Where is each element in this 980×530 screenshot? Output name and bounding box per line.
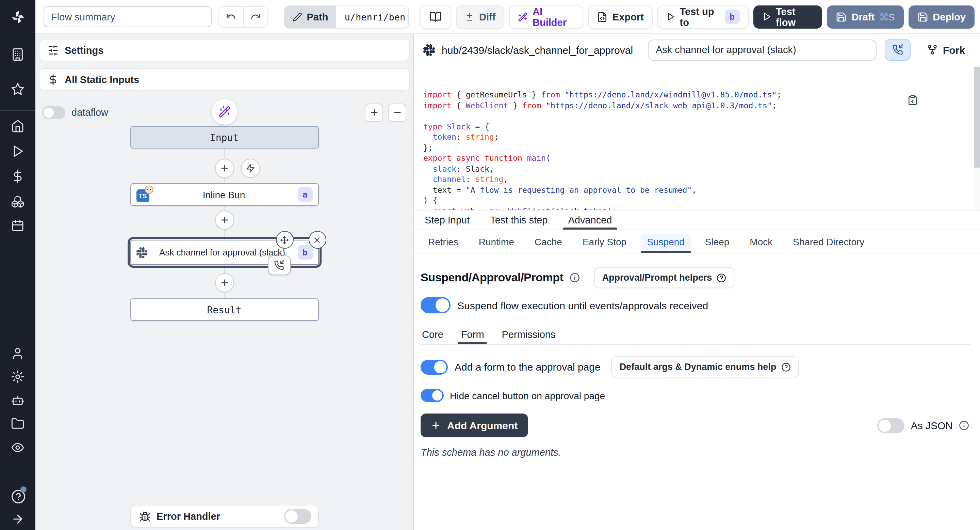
all-static-inputs-button[interactable]: All Static Inputs	[39, 68, 410, 91]
add-step-button-3[interactable]	[215, 273, 234, 292]
suspend-inner-tabs: CoreFormPermissions	[421, 325, 970, 345]
sub-tab-sleep[interactable]: Sleep	[698, 230, 737, 253]
help-notification-dot	[21, 486, 27, 493]
resources-icon[interactable]	[11, 195, 24, 208]
step-detail-panel: hub/2439/slack/ask_channel_for_approval …	[414, 34, 980, 530]
plus-icon	[220, 163, 229, 173]
path-value[interactable]: u/henri/ben	[336, 6, 409, 27]
workspace-icon[interactable]	[11, 48, 24, 61]
code-lines: import { getResumeUrls } from "https://d…	[423, 90, 961, 211]
delete-node-button[interactable]	[308, 231, 326, 249]
code-line: import { getResumeUrls } from "https://d…	[423, 90, 961, 101]
variables-icon[interactable]	[11, 170, 24, 183]
undo-redo-group	[218, 6, 268, 27]
flow-settings-button[interactable]: Settings	[39, 39, 410, 61]
deploy-button[interactable]: Deploy	[908, 5, 975, 28]
wand-icon	[518, 11, 528, 22]
approval-prompt-helpers-button[interactable]: Approval/Prompt helpers	[594, 267, 735, 288]
add-trigger-button[interactable]	[240, 159, 259, 178]
step-tab-advanced[interactable]: Advanced	[566, 211, 613, 230]
copy-code-icon[interactable]	[907, 73, 964, 127]
path-button[interactable]: Path	[285, 6, 337, 27]
test-up-to-button[interactable]: Test up to b	[657, 5, 749, 28]
sub-tab-suspend[interactable]: Suspend	[640, 230, 692, 253]
code-line: import { WebClient } from "https://deno.…	[423, 101, 961, 111]
step-node-b-selected[interactable]: Ask channel for approval (slack) b	[130, 240, 318, 265]
info-icon[interactable]	[570, 273, 580, 283]
workers-icon[interactable]	[11, 394, 24, 407]
inner-tab-permissions[interactable]: Permissions	[502, 325, 556, 344]
empty-schema-note: This schema has no arguments.	[421, 447, 970, 458]
inner-tab-core[interactable]: Core	[422, 325, 443, 344]
dataflow-toggle[interactable]	[42, 106, 65, 119]
add-argument-button[interactable]: Add Argument	[421, 413, 528, 437]
schedules-icon[interactable]	[11, 219, 24, 232]
audit-logs-eye-icon[interactable]	[11, 441, 24, 454]
result-node-label: Result	[207, 304, 241, 315]
typescript-bun-icon: TS	[136, 187, 150, 202]
suspend-phone-badge[interactable]	[267, 255, 291, 275]
home-icon[interactable]	[11, 119, 24, 133]
error-handler-card[interactable]: Error Handler	[130, 505, 318, 528]
flow-ai-wand-button[interactable]	[211, 99, 237, 125]
bug-icon	[139, 511, 150, 522]
fork-button[interactable]: Fork	[927, 44, 965, 56]
inner-tab-form[interactable]: Form	[461, 325, 484, 344]
code-scrollbar[interactable]	[974, 65, 980, 210]
step-tab-step-input[interactable]: Step Input	[423, 211, 471, 230]
diff-button[interactable]: Diff	[456, 5, 504, 28]
undo-button[interactable]	[219, 6, 243, 27]
folders-icon[interactable]	[11, 417, 24, 431]
sub-tab-shared-directory[interactable]: Shared Directory	[785, 230, 872, 253]
sliders-icon	[48, 45, 59, 56]
hide-cancel-toggle[interactable]	[421, 389, 444, 402]
zap-icon	[245, 163, 255, 173]
path-group[interactable]: Path u/henri/ben	[284, 5, 409, 28]
suspend-section-heading: Suspend/Approval/Prompt	[421, 271, 563, 284]
sub-tab-early-stop[interactable]: Early Stop	[575, 230, 634, 253]
sub-tab-retries[interactable]: Retries	[421, 230, 466, 253]
sub-tab-runtime[interactable]: Runtime	[471, 230, 522, 253]
step-tab-test-this-step[interactable]: Test this step	[488, 211, 549, 230]
favorites-star-icon[interactable]	[11, 82, 24, 96]
error-handler-toggle[interactable]	[284, 509, 311, 524]
all-static-inputs-label: All Static Inputs	[65, 74, 139, 85]
settings-gear-icon[interactable]	[11, 370, 24, 383]
users-icon[interactable]	[11, 347, 24, 360]
runs-icon[interactable]	[11, 144, 24, 158]
step-tabs: Step InputTest this stepAdvanced	[414, 211, 980, 230]
phone-incoming-icon	[274, 260, 284, 270]
suspend-flow-toggle[interactable]	[421, 297, 450, 313]
add-step-button-1[interactable]	[215, 159, 234, 178]
input-node[interactable]: Input	[130, 126, 318, 148]
flow-summary-input[interactable]	[43, 6, 211, 27]
result-node[interactable]: Result	[130, 299, 318, 321]
suspend-indicator-button[interactable]	[885, 39, 911, 61]
as-json-toggle[interactable]	[878, 418, 905, 433]
test-flow-button[interactable]: Test flow	[753, 5, 822, 28]
move-icon	[280, 235, 289, 244]
export-button[interactable]: Export	[588, 5, 653, 28]
add-form-toggle[interactable]	[421, 359, 448, 374]
redo-button[interactable]	[243, 6, 267, 27]
info-icon[interactable]	[959, 420, 969, 431]
docs-button[interactable]	[420, 5, 451, 28]
expand-sidebar-arrow-icon[interactable]	[11, 512, 24, 526]
add-step-button-2[interactable]	[215, 211, 234, 230]
move-node-button[interactable]	[275, 231, 293, 249]
windmill-logo-icon[interactable]	[9, 8, 27, 26]
step-summary-input[interactable]	[648, 39, 877, 60]
save-icon	[917, 11, 928, 22]
ai-builder-button[interactable]: AI Builder	[509, 5, 583, 28]
draft-button[interactable]: Draft ⌘S	[827, 5, 904, 28]
step-node-a[interactable]: TS Inline Bun a	[130, 183, 318, 206]
code-editor[interactable]: import { getResumeUrls } from "https://d…	[414, 65, 980, 211]
bun-icon	[144, 185, 153, 194]
code-scrollbar-thumb[interactable]	[974, 67, 980, 168]
sub-tab-cache[interactable]: Cache	[527, 230, 570, 253]
sub-tab-mock[interactable]: Mock	[742, 230, 780, 253]
diff-label: Diff	[479, 11, 495, 22]
zoom-in-button[interactable]	[365, 103, 383, 121]
default-args-help-button[interactable]: Default args & Dynamic enums help	[611, 356, 799, 377]
zoom-out-button[interactable]	[388, 103, 406, 121]
